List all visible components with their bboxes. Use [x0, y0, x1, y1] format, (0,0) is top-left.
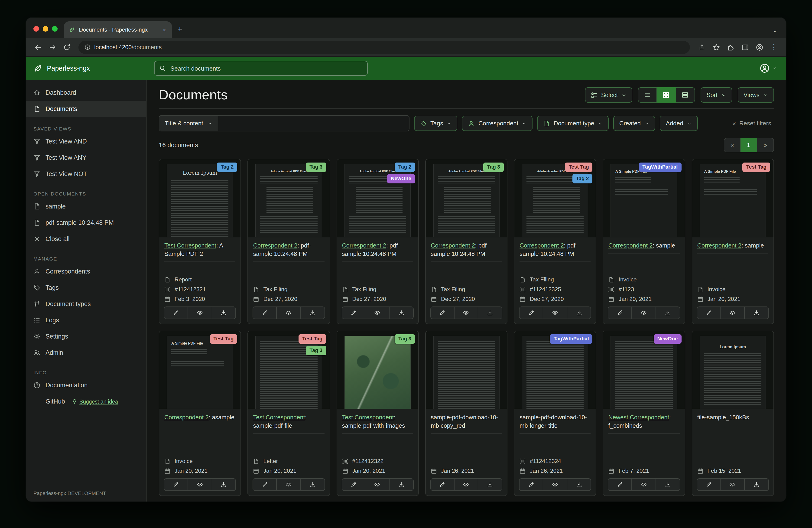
document-card[interactable]: NewOneNewest Correspondent: f_combinedsF… [603, 331, 685, 496]
download-document-button[interactable] [745, 478, 769, 491]
tag-badge[interactable]: Test Tag [743, 162, 770, 172]
reload-icon[interactable] [60, 41, 73, 53]
tag-badge[interactable]: Tag 3 [395, 334, 415, 344]
sidebar-item-close-all[interactable]: Close all [26, 231, 146, 247]
document-card[interactable]: Adobe Acrobat PDF FilesTest TagTag 2Corr… [514, 159, 596, 324]
side-panel-icon[interactable] [739, 41, 751, 53]
edit-document-button[interactable] [253, 478, 277, 491]
document-title[interactable]: Correspondent 2: pdf-sample 10.24.48 PM [520, 242, 591, 262]
document-thumbnail[interactable]: NewOne [603, 331, 685, 409]
document-thumbnail[interactable]: Test TagTag 3 [248, 331, 330, 409]
correspondent-link[interactable]: Correspondent 2 [342, 242, 386, 249]
document-card[interactable]: sample-pdf-download-10-mb copy_redJan 26… [425, 331, 508, 496]
download-document-button[interactable] [656, 478, 680, 491]
document-thumbnail[interactable]: A Simple PDF FileTest Tag [159, 331, 241, 409]
document-title[interactable]: Test Correspondent: sample-pdf-file [253, 413, 324, 434]
edit-document-button[interactable] [342, 478, 366, 491]
tag-badge[interactable]: NewOne [653, 334, 681, 344]
app-brand[interactable]: Paperless-ngx [33, 63, 144, 73]
tag-badge[interactable]: TagWithPartial [550, 334, 593, 344]
tab-close-icon[interactable]: × [162, 26, 167, 33]
share-icon[interactable] [695, 41, 708, 53]
document-card[interactable]: A Simple PDF FileTagWithPartialCorrespon… [603, 159, 685, 324]
document-title[interactable]: Correspondent 2: pdf-sample 10.24.48 PM [431, 242, 502, 262]
document-title[interactable]: sample-pdf-download-10-mb copy_red [431, 413, 502, 434]
window-close-button[interactable] [33, 26, 39, 32]
download-document-button[interactable] [212, 306, 236, 319]
document-title[interactable]: Test Correspondent: A Sample PDF 2 [164, 242, 236, 262]
document-title[interactable]: Correspondent 2: pdf-sample 10.24.48 PM [342, 242, 413, 262]
preview-document-button[interactable] [188, 306, 212, 319]
download-document-button[interactable] [390, 478, 414, 491]
edit-document-button[interactable] [519, 478, 543, 491]
list-view-button[interactable] [638, 87, 657, 103]
download-document-button[interactable] [567, 306, 591, 319]
preview-document-button[interactable] [366, 306, 390, 319]
document-card[interactable]: Tag 3Test Correspondent: sample-pdf-with… [336, 331, 419, 496]
bookmark-star-icon[interactable] [710, 41, 722, 53]
browser-tab[interactable]: Documents - Paperless-ngx × [64, 22, 172, 38]
site-info-icon[interactable] [85, 44, 90, 50]
download-document-button[interactable] [478, 306, 503, 319]
document-card[interactable]: Lorem IpsumTag 2Test Correspondent: A Sa… [159, 159, 241, 324]
window-minimize-button[interactable] [43, 26, 48, 32]
preview-document-button[interactable] [277, 478, 301, 491]
document-title[interactable]: Correspondent 2: pdf-sample 10.24.48 PM [253, 242, 324, 262]
tab-list-chevron-icon[interactable]: ⌄ [764, 26, 786, 38]
document-thumbnail[interactable]: Adobe Acrobat PDF FilesTag 2NewOne [337, 159, 418, 237]
edit-document-button[interactable] [164, 306, 188, 319]
kebab-menu-icon[interactable]: ⋮ [767, 43, 780, 52]
document-thumbnail[interactable]: Tag 3 [337, 331, 418, 409]
document-card[interactable]: TagWithPartialsample-pdf-download-10-mb-… [514, 331, 596, 496]
document-thumbnail[interactable]: TagWithPartial [514, 331, 596, 409]
window-zoom-button[interactable] [52, 26, 58, 32]
sidebar-item-sample[interactable]: sample [26, 198, 146, 215]
search-input[interactable] [170, 64, 363, 72]
tag-badge[interactable]: Tag 2 [572, 174, 593, 183]
sidebar-item-document-types[interactable]: Document types [26, 296, 146, 312]
pagination-next-button[interactable]: » [757, 138, 774, 152]
sidebar-item-documentation[interactable]: Documentation [26, 377, 146, 393]
preview-document-button[interactable] [188, 478, 212, 491]
title-content-input[interactable] [218, 116, 409, 131]
preview-document-button[interactable] [454, 478, 478, 491]
sidebar-item-pdf-sample-10-24-48-pm[interactable]: pdf-sample 10.24.48 PM [26, 215, 146, 231]
edit-document-button[interactable] [430, 478, 454, 491]
correspondent-link[interactable]: Test Correspondent [342, 414, 394, 421]
tag-badge[interactable]: Tag 3 [306, 346, 326, 355]
document-thumbnail[interactable]: Adobe Acrobat PDF FilesTag 3 [426, 159, 507, 237]
download-document-button[interactable] [212, 478, 236, 491]
pagination-prev-button[interactable]: « [724, 138, 740, 152]
download-document-button[interactable] [301, 478, 325, 491]
filter-correspondent-button[interactable]: Correspondent [462, 116, 533, 131]
address-bar[interactable]: localhost:4200/documents [78, 41, 690, 54]
sidebar-item-github[interactable]: GitHubSuggest an idea [26, 393, 146, 410]
sidebar-item-test-view-and[interactable]: Test View AND [26, 133, 146, 149]
document-thumbnail[interactable]: A Simple PDF FileTagWithPartial [603, 159, 685, 237]
correspondent-link[interactable]: Correspondent 2 [164, 414, 209, 421]
document-card[interactable]: Adobe Acrobat PDF FilesTag 2NewOneCorres… [336, 159, 419, 324]
filter-created-button[interactable]: Created [613, 116, 655, 131]
tag-badge[interactable]: Test Tag [299, 334, 326, 344]
preview-document-button[interactable] [721, 478, 745, 491]
document-card[interactable]: Lorem ipsumfile-sample_150kBsFeb 15, 202… [692, 331, 774, 496]
preview-document-button[interactable] [543, 478, 567, 491]
reset-filters-button[interactable]: × Reset filters [729, 119, 774, 127]
document-thumbnail[interactable]: Adobe Acrobat PDF FilesTest TagTag 2 [514, 159, 596, 237]
tag-badge[interactable]: Tag 3 [306, 162, 326, 172]
card-view-button[interactable] [676, 87, 695, 103]
select-button[interactable]: Select [585, 87, 632, 103]
document-card[interactable]: Test TagTag 3Test Correspondent: sample-… [248, 331, 330, 496]
download-document-button[interactable] [478, 478, 503, 491]
document-title[interactable]: Correspondent 2: asample [164, 413, 236, 425]
download-document-button[interactable] [301, 306, 325, 319]
download-document-button[interactable] [745, 306, 769, 319]
sidebar-item-correspondents[interactable]: Correspondents [26, 263, 146, 280]
sidebar-item-test-view-any[interactable]: Test View ANY [26, 149, 146, 166]
correspondent-link[interactable]: Correspondent 2 [608, 242, 653, 249]
document-card[interactable]: Adobe Acrobat PDF FilesTag 3Corresponden… [248, 159, 330, 324]
document-title[interactable]: Test Correspondent: sample-pdf-with-imag… [342, 413, 413, 434]
document-thumbnail[interactable]: Adobe Acrobat PDF FilesTag 3 [248, 159, 330, 237]
extensions-icon[interactable] [724, 41, 737, 53]
preview-document-button[interactable] [632, 478, 656, 491]
